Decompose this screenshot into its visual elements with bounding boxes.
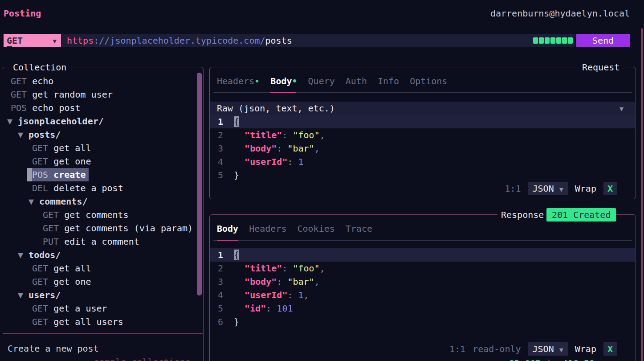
- collection-folder[interactable]: ▼ todos/: [3, 248, 194, 262]
- collection-request[interactable]: POS echo post: [3, 101, 194, 115]
- progress-block: [556, 37, 561, 44]
- tab-info[interactable]: Info: [378, 74, 399, 88]
- collection-request[interactable]: GET echo: [3, 74, 194, 88]
- collection-panel: Collection GET echoGET get random userPO…: [2, 67, 204, 361]
- line-number: 1: [218, 115, 223, 128]
- collection-panel-title: Collection: [9, 61, 70, 74]
- wrap-label: Wrap: [575, 342, 596, 356]
- tab-headers[interactable]: Headers: [249, 222, 286, 235]
- send-button[interactable]: Send: [576, 34, 630, 47]
- posting-app-window: Posting darrenburns@hydaelyn.local GET▼ …: [0, 0, 644, 361]
- text-cursor: {: [234, 250, 239, 260]
- request-body-editor[interactable]: 1{2 "title": "foo",3 "body": "bar",4 "us…: [210, 115, 635, 182]
- line-number: 2: [218, 128, 223, 142]
- progress-block: [545, 37, 550, 44]
- request-panel-title: Request: [579, 61, 623, 74]
- wrap-label: Wrap: [575, 182, 596, 195]
- request-tabs: Headers•Body•QueryAuthInfoOptions: [217, 74, 458, 88]
- app-title: Posting: [4, 7, 41, 20]
- window-edge-scrollbar: [641, 29, 643, 361]
- chevron-down-icon: ▼: [559, 185, 563, 193]
- active-tab-indicator: [217, 240, 238, 241]
- collection-request[interactable]: GET get one: [3, 155, 194, 168]
- line-number: 5: [218, 168, 223, 182]
- collection-request[interactable]: GET get comments (via param): [3, 222, 194, 235]
- request-tab-underline: [213, 92, 632, 93]
- collection-request[interactable]: GET get a user: [3, 302, 194, 315]
- tab-body[interactable]: Body: [217, 222, 238, 235]
- tab-headers[interactable]: Headers•: [217, 74, 260, 88]
- activity-blocks-indicator: [533, 37, 573, 44]
- wrap-toggle[interactable]: X: [603, 342, 617, 356]
- collection-folder[interactable]: ▼ jsonplaceholder/: [3, 115, 194, 128]
- http-method-select[interactable]: GET▼: [4, 34, 61, 47]
- collection-request[interactable]: GET get random user: [3, 88, 194, 101]
- chevron-down-icon: ▼: [18, 250, 29, 260]
- collection-folder[interactable]: ▼ users/: [3, 288, 194, 302]
- code-line: 5 "id": 101: [210, 302, 635, 315]
- collection-request[interactable]: GET get all: [3, 262, 194, 275]
- code-line: 3 "body": "bar",: [210, 275, 635, 288]
- response-body-editor[interactable]: 1{2 "title": "foo",3 "body": "bar",4 "us…: [210, 248, 635, 328]
- cursor-position: 1:1: [505, 182, 521, 195]
- response-metrics: 65.00B in 416.50ms: [509, 357, 605, 361]
- progress-block: [533, 37, 538, 44]
- progress-block: [562, 37, 567, 44]
- collection-request[interactable]: PUT edit a comment: [3, 235, 194, 248]
- code-line: 5}: [210, 168, 635, 182]
- selection-bar: [27, 168, 32, 181]
- chevron-down-icon: ▼: [559, 346, 563, 354]
- language-select[interactable]: JSON ▼: [528, 342, 568, 356]
- tab-cookies[interactable]: Cookies: [297, 222, 334, 235]
- chevron-down-icon: ▼: [18, 290, 29, 300]
- line-number: 6: [218, 315, 223, 328]
- line-number: 3: [218, 275, 223, 288]
- collection-folder[interactable]: ▼ comments/: [3, 195, 194, 208]
- url-path: posts: [265, 35, 292, 46]
- collection-request[interactable]: GET get all users: [3, 315, 194, 328]
- response-tabs: BodyHeadersCookiesTrace: [217, 222, 383, 235]
- method-label: GET: [7, 35, 23, 47]
- collection-folder[interactable]: ▼ posts/: [3, 128, 194, 141]
- chevron-down-icon: ▼: [29, 196, 39, 207]
- line-number: 4: [218, 288, 223, 302]
- code-line: 3 "body": "bar",: [210, 142, 635, 155]
- code-line: 1{: [210, 248, 635, 262]
- chevron-down-icon: ▼: [620, 102, 624, 115]
- read-only-label: read-only: [473, 342, 521, 356]
- content-type-select[interactable]: Raw (json, text, etc.)▼: [210, 102, 635, 115]
- tab-options[interactable]: Options: [410, 74, 447, 88]
- code-line: 1{: [210, 115, 635, 128]
- user-host-label: darrenburns@hydaelyn.local: [490, 7, 630, 20]
- response-status-badge: 201 Created: [546, 208, 616, 222]
- collection-request[interactable]: DEL delete a post: [3, 181, 194, 195]
- collection-scrollbar[interactable]: [197, 73, 202, 295]
- collection-sample-label: sample collections: [94, 355, 191, 361]
- url-input[interactable]: https://jsonplaceholder.typicode.com/pos…: [62, 34, 575, 47]
- collection-request[interactable]: POS create: [3, 168, 194, 181]
- tab-auth[interactable]: Auth: [346, 74, 367, 88]
- line-number: 2: [218, 262, 223, 275]
- collection-request[interactable]: GET get one: [3, 275, 194, 288]
- tab-body[interactable]: Body•: [270, 74, 297, 88]
- response-editor-status-bar: 1:1 read-only JSON ▼ Wrap X: [449, 342, 617, 356]
- active-tab-indicator: [270, 92, 296, 93]
- unsaved-dot-icon: •: [292, 76, 298, 86]
- collection-request[interactable]: GET get all: [3, 141, 194, 155]
- wrap-toggle[interactable]: X: [603, 182, 617, 195]
- request-editor-status-bar: 1:1 JSON ▼ Wrap X: [505, 182, 617, 195]
- collection-request[interactable]: GET get comments: [3, 208, 194, 222]
- progress-block: [550, 37, 555, 44]
- progress-block: [568, 37, 573, 44]
- tab-trace[interactable]: Trace: [346, 222, 372, 235]
- line-number: 3: [218, 142, 223, 155]
- url-host: ://jsonplaceholder.typicode.com/: [94, 35, 265, 46]
- chevron-down-icon: ▼: [7, 116, 18, 127]
- progress-block: [539, 37, 544, 44]
- text-cursor: {: [234, 116, 239, 127]
- chevron-down-icon: ▼: [53, 34, 57, 48]
- language-select[interactable]: JSON ▼: [528, 182, 568, 195]
- code-line: 6}: [210, 315, 635, 328]
- line-number: 1: [218, 248, 223, 262]
- tab-query[interactable]: Query: [308, 74, 335, 88]
